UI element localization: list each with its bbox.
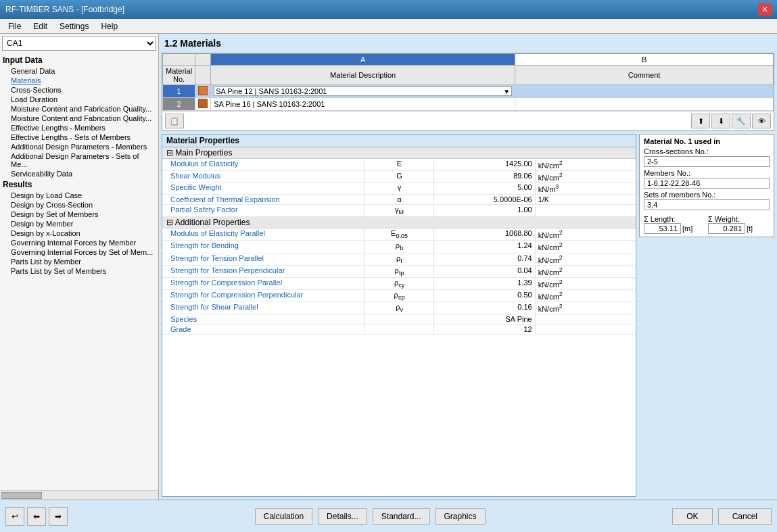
sigma-weight-col: Σ Weight: [t] [708,215,770,234]
prop-row-species: Species SA Pine [162,314,636,324]
mat-color-icon-1 [198,86,208,95]
mat-desc-1[interactable]: ▼ [211,85,515,98]
import-button[interactable]: 📋 [165,114,184,128]
prop-symbol-tension-perp: ρtp [365,266,435,277]
prop-symbol-shear: ρv [365,302,435,314]
prop-row-g: Shear Modulus G 89.06 kN/cm2 [162,171,636,183]
standard-button[interactable]: Standard... [373,508,430,525]
tree-serviceability[interactable]: Serviceability Data [0,169,158,178]
used-in-box: Material No. 1 used in Cross-sections No… [639,134,774,237]
settings-button[interactable]: 🔧 [732,114,751,128]
close-button[interactable]: ✕ [758,3,772,16]
prop-unit-comp-par: kN/cm2 [536,278,636,289]
export-button[interactable]: ⬆ [691,114,710,128]
collapse-icon-main[interactable]: ⊟ [166,148,175,158]
prop-row-comp-perp: Strength for Compression Perpendicular ρ… [162,290,636,302]
tree-moisture-1[interactable]: Moisture Content and Fabrication Quality… [0,104,158,114]
title-bar: RF-TIMBER SANS - [Footbridge] ✕ [0,0,777,19]
prop-unit-e: kN/cm2 [536,159,636,170]
cross-sections-value[interactable] [644,156,770,167]
export2-button[interactable]: ⬇ [711,114,730,128]
dropdown-arrow-1[interactable]: ▼ [503,88,510,95]
tree-add-params-sets[interactable]: Additional Design Parameters - Sets of M… [0,151,158,169]
tree-design-set-members[interactable]: Design by Set of Members [0,210,158,219]
prop-unit-comp-perp: kN/cm2 [536,290,636,301]
tree-design-cross-section[interactable]: Design by Cross-Section [0,200,158,210]
section-title: 1.2 Materials [162,37,774,50]
lower-area: Material Properties ⊟ Main Properties Mo… [162,134,774,497]
tree-design-load-case[interactable]: Design by Load Case [0,191,158,200]
sigma-weight-input[interactable] [708,223,745,234]
mat-comment-2[interactable] [515,98,774,111]
members-value[interactable] [644,178,770,189]
collapse-icon-add[interactable]: ⊟ [166,218,175,227]
table-row[interactable]: 1 ▼ [163,85,774,98]
tree-eff-lengths-members[interactable]: Effective Lengths - Members [0,123,158,132]
prop-row-e: Modulus of Elasticity E 1425.00 kN/cm2 [162,159,636,171]
materials-toolbar: 📋 ⬆ ⬇ 🔧 👁 [162,111,774,130]
prop-row-tension-perp: Strength for Tension Perpendicular ρtp 0… [162,266,636,278]
mat-icon-cell-1 [195,85,211,98]
tree-add-params-members[interactable]: Additional Design Parameters - Members [0,142,158,151]
tree-cross-sections[interactable]: Cross-Sections [0,85,158,95]
tree-design-member[interactable]: Design by Member [0,219,158,228]
prop-unit-alpha: 1/K [536,195,636,204]
prop-name-comp-perp: Strength for Compression Perpendicular [162,290,365,301]
left-tree: Input Data General Data Materials Cross-… [0,53,158,490]
tree-materials[interactable]: Materials [0,76,158,85]
graphics-button[interactable]: Graphics [435,508,486,525]
ok-button[interactable]: OK [672,508,712,525]
tree-design-x-location[interactable]: Design by x-Location [0,228,158,238]
tree-general-data[interactable]: General Data [0,66,158,76]
tree-parts-set[interactable]: Parts List by Set of Members [0,266,158,276]
prop-unit-species [536,314,636,324]
materials-table: A B Material No. Material Description Co… [162,53,774,111]
prop-value-grade: 12 [434,324,535,334]
bottom-icon-btn-3[interactable]: ➡ [49,507,68,526]
prop-value-shear: 0.16 [434,302,535,314]
bottom-bar: ↩ ⬅ ➡ Calculation Details... Standard...… [0,500,777,532]
toolbar-right: ⬆ ⬇ 🔧 👁 [691,114,771,128]
ca-selector[interactable]: CA1 [2,36,156,51]
mat-desc-field-1[interactable] [216,87,503,95]
cancel-button[interactable]: Cancel [718,508,772,525]
prop-name-species: Species [162,314,365,324]
view-button[interactable]: 👁 [752,114,771,128]
tree-eff-lengths-sets[interactable]: Effective Lengths - Sets of Members [0,132,158,142]
menu-settings[interactable]: Settings [54,20,94,32]
bottom-icon-btn-2[interactable]: ⬅ [27,507,46,526]
menu-bar: File Edit Settings Help [0,19,777,34]
tree-moisture-2[interactable]: Moisture Content and Fabrication Quality… [0,114,158,123]
mat-comment-1[interactable] [515,85,774,98]
menu-edit[interactable]: Edit [28,20,53,32]
bottom-icon-btn-1[interactable]: ↩ [5,507,24,526]
prop-value-tension-par: 0.74 [434,253,535,265]
prop-name-comp-par: Strength for Compression Parallel [162,278,365,289]
menu-file[interactable]: File [3,20,26,32]
prop-value-comp-perp: 0.50 [434,290,535,301]
tree-governing-set[interactable]: Governing Internal Forces by Set of Mem.… [0,247,158,257]
mat-desc-input-1[interactable]: ▼ [214,87,512,96]
table-row[interactable]: 2 SA Pine 16 | SANS 10163-2:2001 [163,98,774,111]
tree-parts-member[interactable]: Parts List by Member [0,257,158,266]
prop-row-comp-par: Strength for Compression Parallel ρcy 1.… [162,278,636,290]
mat-desc-2[interactable]: SA Pine 16 | SANS 10163-2:2001 [211,98,515,111]
app-title: RF-TIMBER SANS - [Footbridge] [5,5,124,14]
sigma-length-unit: [m] [682,224,692,233]
prop-row-gamma: Specific Weight γ 5.00 kN/m3 [162,183,636,195]
tree-load-duration[interactable]: Load Duration [0,95,158,104]
menu-help[interactable]: Help [95,20,123,32]
mat-color-icon-2 [198,99,208,108]
cross-sections-label: Cross-sections No.: [644,147,770,155]
prop-name-tension-par: Strength for Tension Parallel [162,253,365,265]
prop-value-e: 1425.00 [434,159,535,170]
details-button[interactable]: Details... [318,508,367,525]
prop-unit-tension-par: kN/cm2 [536,253,636,265]
sets-value[interactable] [644,199,770,210]
tree-governing-member[interactable]: Governing Internal Forces by Member [0,238,158,247]
left-panel-scrollbar[interactable] [0,490,158,500]
sigma-length-input[interactable] [644,223,681,234]
prop-name-g: Shear Modulus [162,171,365,183]
calculation-button[interactable]: Calculation [255,508,312,525]
prop-symbol-grade [365,324,435,334]
